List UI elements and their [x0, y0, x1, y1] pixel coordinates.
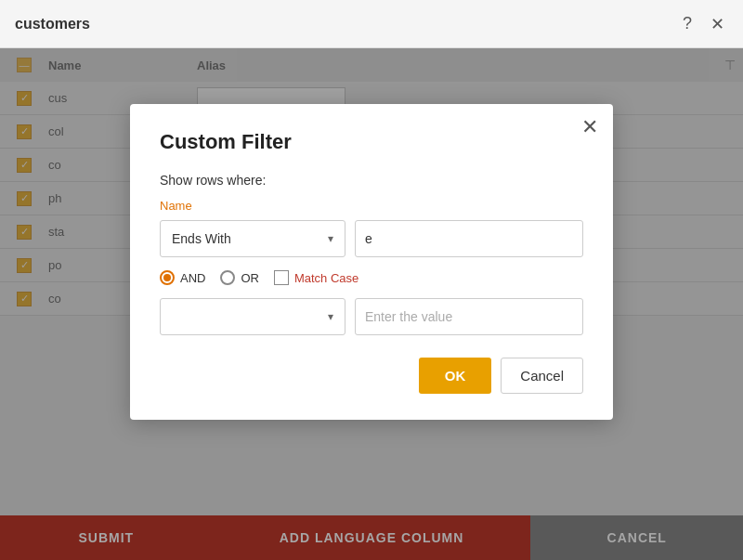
modal-title: Custom Filter: [160, 130, 583, 154]
second-filter-value-input[interactable]: [355, 298, 583, 335]
app-window: customers ? ✕ — Name Alias ⊤ ✓ cus ✓: [0, 0, 743, 560]
second-filter-row: ▾: [160, 298, 583, 335]
ok-button[interactable]: OK: [419, 358, 492, 394]
field-label: Name: [160, 199, 583, 213]
modal-overlay: ✕ Custom Filter Show rows where: Name En…: [0, 48, 743, 560]
main-content: — Name Alias ⊤ ✓ cus ✓ col ✓ co ✓ ph: [0, 48, 743, 560]
title-bar-right: ? ✕: [679, 10, 728, 38]
first-filter-row: Ends With ▾: [160, 220, 583, 257]
logic-row: AND OR Match Case: [160, 270, 583, 285]
modal-subtitle: Show rows where:: [160, 173, 583, 188]
filter-value-input[interactable]: [355, 220, 583, 257]
window-title: customers: [15, 16, 90, 33]
dropdown-arrow-icon: ▾: [328, 232, 333, 245]
match-case-label: Match Case: [294, 271, 358, 285]
window-close-button[interactable]: ✕: [707, 10, 728, 38]
radio-dot: [163, 274, 171, 281]
second-dropdown-arrow-icon: ▾: [328, 310, 333, 323]
and-label: AND: [180, 271, 205, 285]
match-case-group: Match Case: [274, 270, 358, 285]
match-case-checkbox[interactable]: [274, 270, 289, 285]
cancel-button[interactable]: Cancel: [501, 358, 583, 394]
filter-type-value: Ends With: [172, 231, 231, 246]
or-label: OR: [241, 271, 259, 285]
custom-filter-modal: ✕ Custom Filter Show rows where: Name En…: [130, 104, 613, 420]
and-radio-group: AND: [160, 270, 205, 285]
or-radio-button[interactable]: [220, 270, 235, 285]
title-bar: customers ? ✕: [0, 0, 743, 48]
and-radio-button[interactable]: [160, 270, 175, 285]
help-button[interactable]: ?: [679, 10, 696, 37]
title-bar-left: customers: [15, 16, 90, 33]
filter-type-dropdown[interactable]: Ends With ▾: [160, 220, 345, 257]
modal-action-buttons: OK Cancel: [160, 358, 583, 394]
second-filter-type-dropdown[interactable]: ▾: [160, 298, 345, 335]
or-radio-group: OR: [220, 270, 259, 285]
modal-close-button[interactable]: ✕: [581, 117, 598, 137]
